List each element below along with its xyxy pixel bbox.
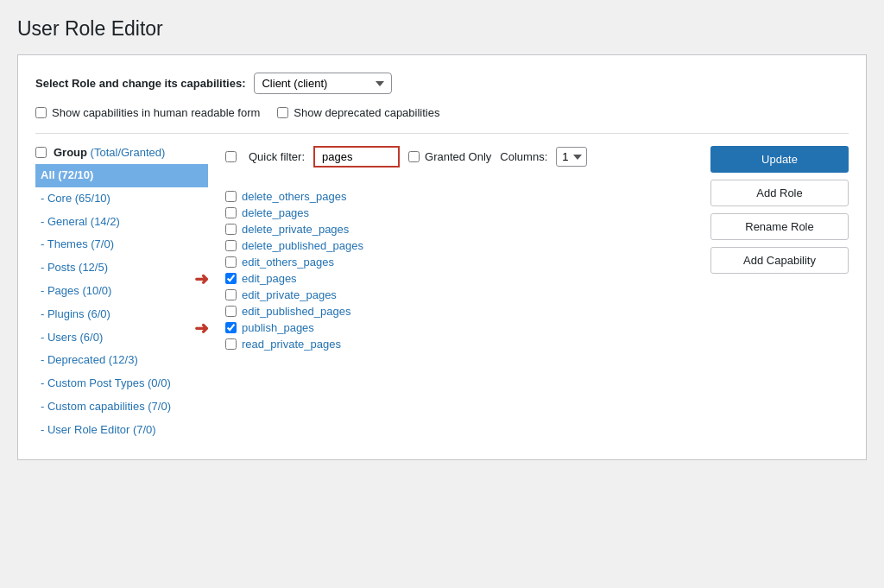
sidebar-item-general[interactable]: - General (14/2) [35, 211, 208, 234]
cap-link-edit-published-pages[interactable]: edit_published_pages [242, 305, 351, 318]
sidebar-item-themes[interactable]: - Themes (7/0) [35, 233, 208, 256]
cap-item-delete-pages: delete_pages [225, 205, 693, 221]
human-readable-label: Show capabilities in human readable form [52, 106, 260, 119]
sidebar-link-general[interactable]: - General (14/2) [41, 215, 120, 228]
group-label: Group (Total/Granted) [54, 146, 165, 159]
page-title: User Role Editor [17, 17, 867, 41]
sidebar: Group (Total/Granted) All (72/10) - Core… [35, 146, 208, 442]
sidebar-item-custom-post-types[interactable]: - Custom Post Types (0/0) [35, 372, 208, 395]
cap-item-publish-pages: ➜ publish_pages [225, 319, 693, 336]
sidebar-link-core[interactable]: - Core (65/10) [41, 192, 110, 205]
cap-checkbox-edit-private-pages[interactable] [225, 289, 237, 300]
sidebar-link-all[interactable]: All (72/10) [41, 168, 93, 181]
human-readable-checkbox-label[interactable]: Show capabilities in human readable form [35, 106, 260, 119]
select-role-label: Select Role and change its capabilities: [35, 77, 245, 90]
cap-item-delete-others-pages: delete_others_pages [225, 188, 693, 205]
cap-checkbox-delete-published-pages[interactable] [225, 240, 237, 251]
cap-link-publish-pages[interactable]: publish_pages [242, 321, 314, 334]
sidebar-item-core[interactable]: - Core (65/10) [35, 187, 208, 211]
right-panel: Update Add Role Rename Role Add Capabili… [693, 146, 849, 442]
sidebar-link-deprecated[interactable]: - Deprecated (12/3) [41, 353, 138, 366]
divider [35, 133, 849, 134]
granted-only-label[interactable]: Granted Only [408, 150, 491, 163]
group-select-all-checkbox[interactable] [35, 147, 47, 158]
sidebar-link-plugins[interactable]: - Plugins (6/0) [41, 307, 110, 320]
deprecated-checkbox-label[interactable]: Show deprecated capabilities [277, 106, 439, 119]
quick-filter-input[interactable] [313, 146, 400, 168]
capabilities-column: delete_others_pages delete_pages delete_… [225, 188, 693, 352]
group-header: Group (Total/Granted) [35, 146, 208, 159]
capabilities-area: delete_others_pages delete_pages delete_… [225, 188, 693, 352]
cap-checkbox-delete-pages[interactable] [225, 207, 237, 218]
cap-link-edit-others-pages[interactable]: edit_others_pages [242, 256, 334, 269]
cap-link-delete-pages[interactable]: delete_pages [242, 206, 309, 219]
cap-item-edit-others-pages: edit_others_pages [225, 254, 693, 270]
columns-label: Columns: [500, 150, 547, 163]
sidebar-item-plugins[interactable]: - Plugins (6/0) [35, 303, 208, 326]
select-all-caps-checkbox[interactable] [225, 151, 237, 162]
sidebar-item-posts[interactable]: - Posts (12/5) [35, 256, 208, 280]
cap-item-read-private-pages: read_private_pages [225, 336, 693, 352]
sidebar-link-posts[interactable]: - Posts (12/5) [41, 261, 108, 274]
cap-link-delete-private-pages[interactable]: delete_private_pages [242, 223, 349, 236]
sidebar-link-custom-caps[interactable]: - Custom capabilities (7/0) [41, 400, 171, 413]
arrow-publish-pages: ➜ [194, 318, 209, 338]
add-capability-button[interactable]: Add Capability [710, 247, 849, 274]
cap-item-edit-pages: ➜ edit_pages [225, 270, 693, 287]
cap-checkbox-edit-others-pages[interactable] [225, 256, 237, 268]
cap-checkbox-publish-pages[interactable] [225, 322, 237, 333]
cap-link-read-private-pages[interactable]: read_private_pages [242, 338, 341, 351]
add-role-button[interactable]: Add Role [710, 180, 849, 206]
rename-role-button[interactable]: Rename Role [710, 213, 849, 240]
main-content: Quick filter: Granted Only Columns: 1 2 … [208, 146, 693, 442]
arrow-edit-pages: ➜ [194, 269, 209, 289]
cap-link-delete-others-pages[interactable]: delete_others_pages [242, 190, 346, 203]
sidebar-item-deprecated[interactable]: - Deprecated (12/3) [35, 349, 208, 372]
filter-row: Quick filter: Granted Only Columns: 1 2 … [225, 146, 693, 176]
update-button[interactable]: Update [710, 146, 849, 173]
cap-link-edit-pages[interactable]: edit_pages [242, 272, 297, 285]
options-row: Show capabilities in human readable form… [35, 106, 849, 119]
cap-checkbox-edit-pages[interactable] [225, 273, 237, 284]
select-role-row: Select Role and change its capabilities:… [35, 73, 849, 94]
granted-only-text: Granted Only [425, 150, 491, 163]
sidebar-item-pages[interactable]: - Pages (10/0) [35, 280, 208, 303]
cap-checkbox-read-private-pages[interactable] [225, 338, 237, 350]
cap-link-delete-published-pages[interactable]: delete_published_pages [242, 239, 363, 252]
role-select[interactable]: Client (client) Administrator Editor Aut… [254, 73, 392, 94]
granted-only-checkbox[interactable] [408, 151, 420, 162]
cap-item-delete-published-pages: delete_published_pages [225, 237, 693, 254]
sidebar-item-all[interactable]: All (72/10) [35, 164, 208, 187]
deprecated-label: Show deprecated capabilities [294, 106, 439, 119]
deprecated-checkbox[interactable] [277, 107, 288, 118]
sidebar-item-users[interactable]: - Users (6/0) [35, 326, 208, 350]
human-readable-checkbox[interactable] [35, 107, 47, 118]
cap-item-edit-published-pages: edit_published_pages [225, 303, 693, 319]
sidebar-link-custom-post-types[interactable]: - Custom Post Types (0/0) [41, 376, 171, 389]
cap-item-delete-private-pages: delete_private_pages [225, 221, 693, 237]
sidebar-link-pages[interactable]: - Pages (10/0) [41, 284, 111, 297]
cap-checkbox-edit-published-pages[interactable] [225, 306, 237, 317]
cap-link-edit-private-pages[interactable]: edit_private_pages [242, 288, 337, 301]
sidebar-item-custom-caps[interactable]: - Custom capabilities (7/0) [35, 395, 208, 419]
cap-checkbox-delete-others-pages[interactable] [225, 191, 237, 202]
cap-checkbox-delete-private-pages[interactable] [225, 224, 237, 235]
sidebar-item-user-role-editor[interactable]: - User Role Editor (7/0) [35, 419, 208, 442]
sidebar-link-user-role-editor[interactable]: - User Role Editor (7/0) [41, 423, 156, 436]
main-panel: Select Role and change its capabilities:… [17, 54, 867, 460]
sidebar-link-users[interactable]: - Users (6/0) [41, 331, 103, 344]
quick-filter-label: Quick filter: [249, 150, 305, 163]
content-area: Group (Total/Granted) All (72/10) - Core… [35, 146, 849, 442]
cap-item-edit-private-pages: edit_private_pages [225, 287, 693, 303]
columns-select[interactable]: 1 2 3 4 [556, 147, 587, 167]
sidebar-link-themes[interactable]: - Themes (7/0) [41, 237, 114, 250]
